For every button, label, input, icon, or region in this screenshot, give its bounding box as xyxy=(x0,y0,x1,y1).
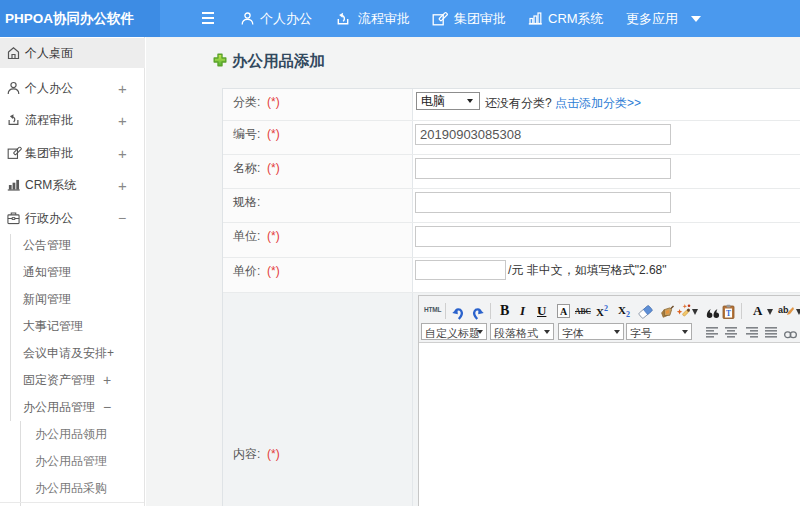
svg-text:T: T xyxy=(726,309,731,318)
